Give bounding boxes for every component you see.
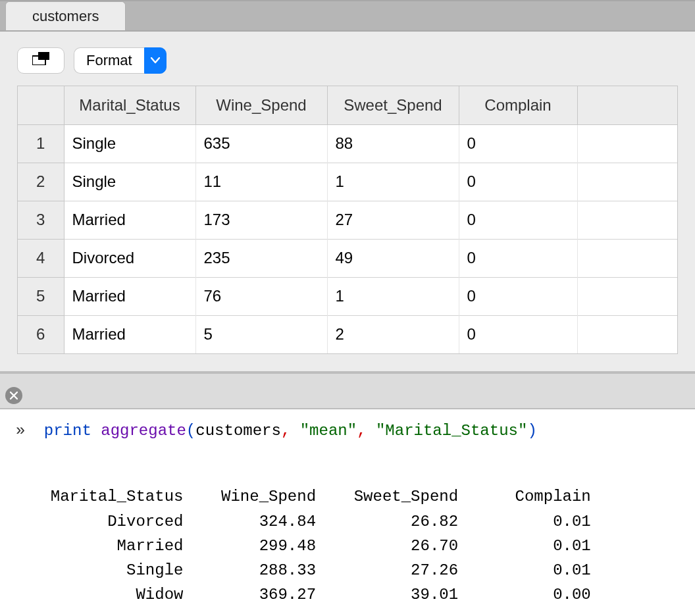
cell[interactable]: Single [64,124,195,163]
close-icon[interactable] [5,387,22,404]
output-row: Divorced 324.84 26.82 0.01 [32,513,591,530]
row-number[interactable]: 5 [18,277,64,315]
table-row[interactable]: 6Married520 [18,315,677,353]
row-number[interactable]: 2 [18,163,64,201]
console-input-line: » print aggregate(customers, "mean", "Ma… [16,419,679,443]
viewer-toolbar: Format [17,47,678,74]
pane-divider[interactable] [0,372,695,409]
row-number[interactable]: 3 [18,201,64,239]
cell-empty [577,163,677,201]
cell[interactable]: 0 [459,239,577,277]
cell-empty [577,124,677,163]
svg-rect-1 [38,52,49,60]
table-row[interactable]: 3Married173270 [18,201,677,239]
col-header-empty [577,86,677,124]
col-header[interactable]: Marital_Status [64,86,195,124]
table-row[interactable]: 1Single635880 [18,124,677,163]
format-dropdown[interactable]: Format [74,47,167,74]
chevron-down-icon[interactable] [144,47,167,74]
cell[interactable]: 0 [459,124,577,163]
cell[interactable]: 76 [195,277,327,315]
tab-customers[interactable]: customers [5,1,126,30]
cell[interactable]: 1 [327,277,459,315]
cell[interactable]: Married [64,277,195,315]
layout-toggle-button[interactable] [17,47,64,74]
cell[interactable]: Married [64,201,195,239]
cell[interactable]: 0 [459,277,577,315]
cell[interactable]: 5 [195,315,327,353]
cell-empty [577,277,677,315]
cell[interactable]: 11 [195,163,327,201]
comma: , [357,422,366,440]
cell[interactable]: 1 [327,163,459,201]
output-row: Single 288.33 27.26 0.01 [32,561,591,579]
tab-bar: customers [0,0,695,32]
cell[interactable]: Divorced [64,239,195,277]
cell-empty [577,239,677,277]
cell[interactable]: Married [64,315,195,353]
cell-empty [577,201,677,239]
cell[interactable]: 27 [327,201,459,239]
cell[interactable]: 88 [327,124,459,163]
cell[interactable]: 0 [459,315,577,353]
cell[interactable]: 235 [195,239,327,277]
header-row: Marital_Status Wine_Spend Sweet_Spend Co… [18,86,677,124]
paren-open: ( [186,422,195,440]
output-row: Widow 369.27 39.01 0.00 [32,586,591,603]
cell[interactable]: 173 [195,201,327,239]
console-panel[interactable]: » print aggregate(customers, "mean", "Ma… [0,409,695,616]
paren-close: ) [527,422,536,440]
table-row[interactable]: 2Single1110 [18,163,677,201]
cell[interactable]: 0 [459,201,577,239]
output-row: Married 299.48 26.70 0.01 [32,537,591,555]
data-viewer-panel: Format Marital_Status Wine_Spend Sweet_S… [0,32,695,372]
arg-customers: customers [195,422,281,440]
cell[interactable]: 635 [195,124,327,163]
cell-empty [577,315,677,353]
corner-cell [18,86,64,124]
arg-mean: "mean" [300,422,357,440]
cell[interactable]: 2 [327,315,459,353]
cell[interactable]: 0 [459,163,577,201]
table-row[interactable]: 5Married7610 [18,277,677,315]
keyword-print: print [44,422,91,440]
col-header[interactable]: Sweet_Spend [327,86,459,124]
col-header[interactable]: Complain [459,86,577,124]
col-header[interactable]: Wine_Spend [195,86,327,124]
console-code: print aggregate(customers, "mean", "Mari… [44,422,537,440]
comma: , [281,422,290,440]
console-output: Marital_Status Wine_Spend Sweet_Spend Co… [32,460,679,616]
cell[interactable]: 49 [327,239,459,277]
data-grid[interactable]: Marital_Status Wine_Spend Sweet_Spend Co… [17,86,678,354]
row-number[interactable]: 1 [18,124,64,163]
row-number[interactable]: 4 [18,239,64,277]
table-row[interactable]: 4Divorced235490 [18,239,677,277]
cell[interactable]: Single [64,163,195,201]
prompt-caret: » [16,422,25,440]
layout-icon [32,52,49,69]
arg-marital-status: "Marital_Status" [376,422,527,440]
output-header: Marital_Status Wine_Spend Sweet_Spend Co… [32,488,591,505]
func-aggregate: aggregate [101,422,186,440]
row-number[interactable]: 6 [18,315,64,353]
format-dropdown-label: Format [74,47,144,74]
